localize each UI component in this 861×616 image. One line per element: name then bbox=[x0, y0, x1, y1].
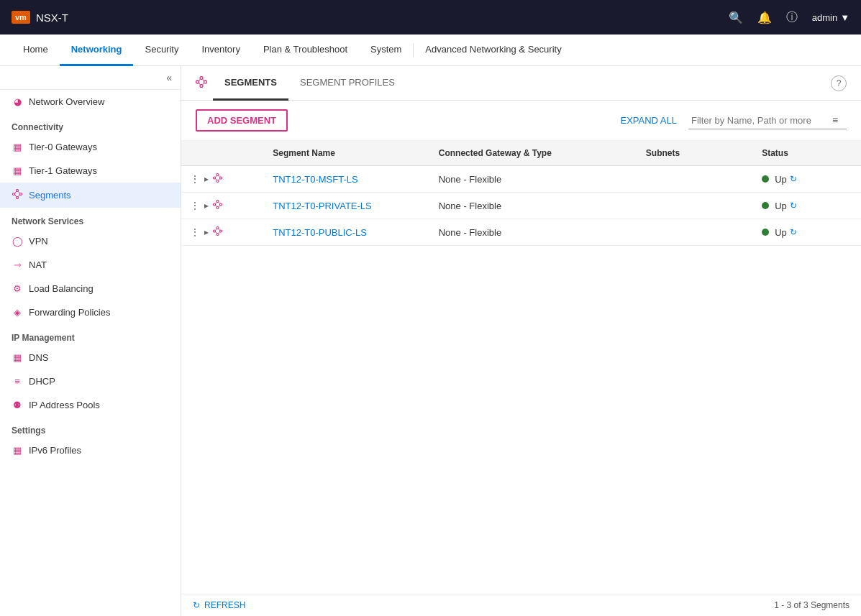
row-expand-icon[interactable]: ▸ bbox=[204, 201, 209, 211]
table-row: ⋮ ▸ bbox=[181, 219, 861, 246]
sidebar-item-tier1-gateways[interactable]: ▦ Tier-1 Gateways bbox=[0, 159, 181, 183]
svg-line-23 bbox=[215, 178, 217, 180]
svg-line-6 bbox=[19, 195, 20, 197]
sidebar-item-label: DNS bbox=[29, 352, 48, 363]
help-button[interactable]: ? bbox=[831, 75, 847, 91]
svg-line-13 bbox=[203, 79, 204, 81]
row-expand-icon[interactable]: ▸ bbox=[204, 227, 209, 237]
status-text: Up bbox=[775, 174, 787, 185]
nav-system[interactable]: System bbox=[359, 35, 413, 66]
vm-logo: vm bbox=[12, 11, 30, 24]
gateway-cell: None - Flexible bbox=[430, 166, 637, 193]
search-icon[interactable]: 🔍 bbox=[729, 11, 743, 24]
svg-line-37 bbox=[219, 229, 220, 231]
svg-line-28 bbox=[215, 202, 217, 204]
expand-all-button[interactable]: EXPAND ALL bbox=[620, 115, 677, 126]
sidebar-item-network-overview[interactable]: ◕ Network Overview bbox=[0, 90, 181, 114]
status-text: Up bbox=[775, 201, 787, 211]
segment-name-link[interactable]: TNT12-T0-PRIVATE-LS bbox=[273, 201, 371, 211]
nav-inventory[interactable]: Inventory bbox=[190, 35, 251, 66]
row-segment-icon bbox=[213, 226, 222, 238]
sidebar-item-label: Network Overview bbox=[29, 96, 104, 107]
svg-point-0 bbox=[13, 193, 15, 196]
row-more-options[interactable]: ⋮ bbox=[190, 226, 200, 238]
row-more-options[interactable]: ⋮ bbox=[190, 200, 200, 211]
refresh-icon: ↻ bbox=[193, 600, 200, 610]
nav-security[interactable]: Security bbox=[133, 35, 190, 66]
sidebar-item-tier0-gateways[interactable]: ▦ Tier-0 Gateways bbox=[0, 135, 181, 159]
svg-line-14 bbox=[203, 83, 204, 85]
add-segment-button[interactable]: ADD SEGMENT bbox=[196, 109, 288, 132]
help-icon[interactable]: ⓘ bbox=[786, 10, 798, 25]
app-title: NSX-T bbox=[36, 12, 68, 24]
sidebar-item-segments[interactable]: Segments bbox=[0, 183, 181, 208]
navbar: Home Networking Security Inventory Plan … bbox=[0, 35, 861, 66]
sidebar-item-forwarding-policies[interactable]: ◈ Forwarding Policies bbox=[0, 300, 181, 324]
status-indicator bbox=[762, 175, 769, 183]
sidebar-item-label: Tier-1 Gateways bbox=[29, 165, 97, 176]
segment-name-link[interactable]: TNT12-T0-PUBLIC-LS bbox=[273, 227, 367, 238]
sidebar-item-ip-address-pools[interactable]: ⚉ IP Address Pools bbox=[0, 393, 181, 417]
content-area: SEGMENTS SEGMENT PROFILES ? ADD SEGMENT … bbox=[181, 66, 861, 616]
collapse-sidebar-button[interactable]: « bbox=[166, 72, 172, 83]
segment-name-link[interactable]: TNT12-T0-MSFT-LS bbox=[273, 174, 357, 185]
topbar-right: 🔍 🔔 ⓘ admin ▼ bbox=[729, 10, 849, 25]
chevron-down-icon: ▼ bbox=[840, 12, 849, 23]
dns-icon: ▦ bbox=[12, 352, 23, 363]
row-expand-icon[interactable]: ▸ bbox=[204, 174, 209, 184]
topbar: vm NSX-T 🔍 🔔 ⓘ admin ▼ bbox=[0, 0, 861, 35]
status-indicator bbox=[762, 229, 769, 236]
user-label: admin bbox=[812, 12, 837, 23]
user-menu[interactable]: admin ▼ bbox=[812, 12, 849, 23]
sidebar-item-vpn[interactable]: ◯ VPN bbox=[0, 229, 181, 253]
sidebar-item-label: Forwarding Policies bbox=[29, 307, 110, 318]
app-logo: vm NSX-T bbox=[12, 11, 68, 24]
sidebar: « ◕ Network Overview Connectivity ▦ Tier… bbox=[0, 66, 181, 616]
svg-line-7 bbox=[15, 195, 17, 197]
ip-pools-icon: ⚉ bbox=[12, 400, 23, 410]
col-actions-header bbox=[181, 141, 264, 166]
col-subnets-header: Subnets bbox=[637, 141, 753, 166]
tab-segment-profiles[interactable]: SEGMENT PROFILES bbox=[288, 66, 406, 101]
row-more-options[interactable]: ⋮ bbox=[190, 173, 200, 185]
svg-line-29 bbox=[219, 202, 220, 204]
gateway-cell: None - Flexible bbox=[430, 193, 637, 219]
nav-advanced[interactable]: Advanced Networking & Security bbox=[414, 35, 573, 66]
svg-point-9 bbox=[200, 77, 203, 80]
tab-segments[interactable]: SEGMENTS bbox=[213, 66, 288, 101]
nav-plan-troubleshoot[interactable]: Plan & Troubleshoot bbox=[252, 35, 359, 66]
refresh-label: REFRESH bbox=[204, 600, 245, 610]
forwarding-icon: ◈ bbox=[12, 307, 23, 318]
table-body: ⋮ ▸ bbox=[181, 166, 861, 246]
segments-tab-icon bbox=[196, 76, 207, 90]
svg-point-25 bbox=[217, 201, 219, 203]
filter-icon[interactable]: ≡ bbox=[832, 114, 838, 126]
row-segment-icon bbox=[213, 173, 222, 185]
sidebar-item-label: DHCP bbox=[29, 376, 55, 387]
sidebar-item-load-balancing[interactable]: ⚙ Load Balancing bbox=[0, 277, 181, 300]
sidebar-item-dns[interactable]: ▦ DNS bbox=[0, 346, 181, 369]
nav-home[interactable]: Home bbox=[12, 35, 60, 66]
subnets-cell bbox=[637, 219, 753, 246]
sidebar-item-nat[interactable]: ⇾ NAT bbox=[0, 253, 181, 277]
ipv6-icon: ▦ bbox=[12, 445, 23, 456]
sidebar-item-label: IPv6 Profiles bbox=[29, 445, 81, 456]
sidebar-item-dhcp[interactable]: ≡ DHCP bbox=[0, 369, 181, 393]
segments-table: Segment Name Connected Gateway & Type Su… bbox=[181, 141, 861, 246]
refresh-button[interactable]: ↻ REFRESH bbox=[193, 600, 245, 610]
svg-line-20 bbox=[215, 175, 217, 178]
status-refresh-icon[interactable]: ↻ bbox=[790, 227, 797, 237]
sidebar-item-label: Segments bbox=[29, 190, 71, 201]
bell-icon[interactable]: 🔔 bbox=[757, 11, 772, 24]
svg-line-15 bbox=[199, 83, 200, 85]
svg-line-5 bbox=[19, 192, 20, 194]
status-refresh-icon[interactable]: ↻ bbox=[790, 174, 797, 184]
table-row: ⋮ ▸ bbox=[181, 193, 861, 219]
table-header-row: Segment Name Connected Gateway & Type Su… bbox=[181, 141, 861, 166]
sidebar-collapse-area: « bbox=[0, 66, 181, 90]
subnets-cell bbox=[637, 166, 753, 193]
nav-networking[interactable]: Networking bbox=[60, 35, 134, 66]
filter-input[interactable] bbox=[688, 112, 832, 129]
sidebar-item-ipv6-profiles[interactable]: ▦ IPv6 Profiles bbox=[0, 438, 181, 462]
status-refresh-icon[interactable]: ↻ bbox=[790, 201, 797, 211]
